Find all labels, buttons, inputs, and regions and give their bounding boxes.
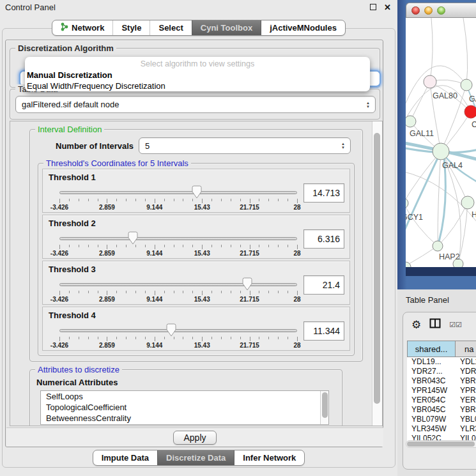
tick-label: 28 [293,250,300,257]
tick-mark [174,291,174,293]
bottom-tab-discretize-data[interactable]: Discretize Data [157,450,234,465]
gear-icon[interactable]: ⚙ [411,318,421,332]
tick-mark [288,337,288,339]
attributes-scrollbar[interactable] [320,391,328,424]
network-canvas[interactable]: GAL80GACGAL11GAL4GCY1HHAP2 [406,18,476,267]
tick-label: 9.144 [146,204,162,211]
tick-label: 2.859 [99,250,115,257]
node-table: shared... na YDL19...YDL1YDR27...YDR2YBR… [407,341,476,443]
network-node-GAL11[interactable] [406,116,416,127]
network-node-HAP2[interactable] [433,241,443,251]
select-columns-icon[interactable]: ☑☑ [449,321,462,329]
tab-style[interactable]: Style [112,20,150,35]
column-header-name[interactable]: na [456,341,476,357]
tick-mark [288,199,288,201]
threshold-slider-4[interactable]: -3.4262.8599.14415.4321.71528 [59,326,297,349]
table-row[interactable]: YBR043CYBR0 [407,376,476,386]
list-item-selfloops[interactable]: SelfLoops [41,391,328,402]
tab-select[interactable]: Select [150,20,191,35]
slider-thumb[interactable] [242,277,252,291]
numerical-attributes-list[interactable]: SelfLoopsTopologicalCoefficientBetweenne… [40,390,329,425]
threshold-value-field[interactable]: 14.713 [303,183,344,203]
table-row[interactable]: YER054CYER0 [407,395,476,405]
slider-tick-labels: -3.4262.8599.14415.4321.71528 [59,204,297,211]
threshold-value-field[interactable]: 6.316 [303,229,344,249]
slider-ticks [59,335,297,341]
tab-cyni-toolbox[interactable]: Cyni Toolbox [192,20,261,35]
table-data-combobox[interactable]: galFiltered.sif default node ▲▼ [15,96,376,113]
close-window-icon[interactable] [411,6,420,15]
control-panel-titlebar: Control Panel ✕ [0,0,397,14]
network-node-GA[interactable] [461,79,472,91]
table-row[interactable]: YLR345WYLR3 [407,424,476,434]
number-of-intervals-combobox[interactable]: 5 ▲▼ [139,137,351,154]
table-row[interactable]: YDR27...YDR2 [407,367,476,376]
slider-track[interactable] [59,191,297,194]
network-node-H[interactable] [461,196,474,209]
tick-mark [231,199,231,201]
threshold-slider-2[interactable]: -3.4262.8599.14415.4321.71528 [59,234,297,257]
close-icon[interactable]: ✕ [384,3,391,12]
table-row[interactable]: YBR045CYBR0 [407,405,476,415]
table-horizontal-scrollbar[interactable] [406,440,476,448]
float-window-icon[interactable] [370,4,376,10]
column-header-shared-name[interactable]: shared... [407,341,456,357]
tick-mark [221,199,222,201]
settings-scrollbar[interactable] [372,121,382,426]
table-row[interactable]: YPR145WYPR1 [407,386,476,395]
tick-label: 2.859 [99,204,115,211]
tick-mark [202,199,203,203]
network-window-titlebar[interactable] [406,3,476,18]
node-label-red: C [472,120,476,129]
network-node-red[interactable] [464,105,476,118]
tick-label: 15.43 [194,342,210,349]
slider-thumb[interactable] [166,323,176,337]
bottom-tab-impute-data[interactable]: Impute Data [93,450,157,465]
cell-name: YDL1 [456,357,476,367]
network-node-n10[interactable] [406,262,411,267]
network-graph[interactable]: GAL80GACGAL11GAL4GCY1HHAP2 [406,18,476,267]
tick-mark [268,245,269,247]
table-row[interactable]: YBL079WYBL0 [407,415,476,424]
cell-shared-name: YBR043C [407,376,456,386]
network-node-GCY1[interactable] [406,198,408,208]
tick-mark [297,199,298,203]
network-node-GAL4[interactable] [433,143,449,160]
bottom-tab-infer-network[interactable]: Infer Network [234,450,304,465]
slider-track[interactable] [59,237,297,240]
network-node-GAL80[interactable] [424,75,436,88]
slider-thumb[interactable] [192,185,202,199]
slider-thumb[interactable] [128,231,138,245]
slider-track[interactable] [59,329,297,332]
table-row[interactable]: YDL19...YDL1 [407,357,476,367]
tick-mark [174,337,174,339]
tick-mark [107,245,107,249]
tick-mark [268,199,269,201]
algorithm-option-equal-width-frequency-discretization[interactable]: Equal Width/Frequency Discretization [25,81,370,91]
list-item-betweennesscentrality[interactable]: BetweennessCentrality [41,413,328,424]
slider-track[interactable] [59,283,297,286]
apply-bar: Apply [6,427,383,447]
minimize-window-icon[interactable] [424,6,433,15]
tick-mark [278,291,279,293]
tab-label: Style [121,23,141,33]
table-panel-body: ⚙ ☑☑ shared... na YDL19...YDL1YDR27...YD… [403,312,476,470]
tick-mark [79,245,79,247]
tab-network[interactable]: Network [52,20,112,35]
tick-mark [79,199,79,201]
tab-jactivemnodules[interactable]: jActiveMNodules [261,20,345,35]
tick-mark [240,337,241,339]
threshold-slider-1[interactable]: -3.4262.8599.14415.4321.71528 [59,188,297,211]
threshold-value-field[interactable]: 21.4 [303,275,344,295]
zoom-window-icon[interactable] [437,6,445,15]
algorithm-option-manual-discretization[interactable]: Manual Discretization [25,70,370,81]
tab-label: Network [72,23,104,33]
split-columns-icon[interactable] [429,318,441,331]
threshold-value-field[interactable]: 11.344 [303,321,344,341]
threshold-slider-3[interactable]: -3.4262.8599.14415.4321.71528 [59,280,297,303]
apply-button[interactable]: Apply [173,431,216,445]
tick-mark [126,245,127,247]
list-item-topologicalcoefficient[interactable]: TopologicalCoefficient [41,402,328,413]
cell-shared-name: YER054C [407,395,456,405]
tick-label: 9.144 [146,342,162,349]
